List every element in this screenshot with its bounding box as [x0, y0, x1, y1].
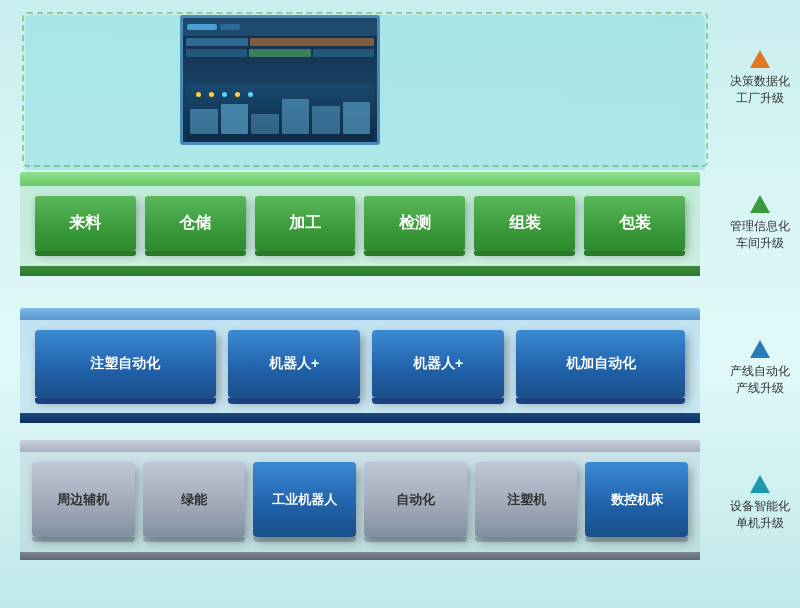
monitor-row2 [183, 36, 377, 48]
label-production: 产线自动化 产线升级 [730, 340, 790, 397]
blue-boxes-area: 注塑自动化 机器人+ 机器人+ 机加自动化 [20, 320, 700, 413]
arrow-management [750, 195, 770, 213]
box-automation: 自动化 [364, 462, 467, 537]
box-peripheral: 周边辅机 [32, 462, 135, 537]
blue-layer-bottom [20, 413, 700, 423]
label-equipment-text: 设备智能化 单机升级 [730, 498, 790, 532]
monitor-topbar [183, 18, 377, 36]
dot-3 [222, 92, 227, 97]
box-industrial-robot: 工业机器人 [253, 462, 356, 537]
box-robot-1: 机器人+ [228, 330, 360, 398]
layer-production: 注塑自动化 机器人+ 机器人+ 机加自动化 [20, 308, 700, 423]
main-container: 决策数据化 工厂升级 来料 仓储 加工 检测 组装 包装 [0, 0, 800, 608]
box-packaging: 包装 [584, 196, 685, 251]
box-storage: 仓储 [145, 196, 246, 251]
floor-item-6 [343, 102, 371, 134]
monitor-dot-1 [187, 24, 217, 30]
monitor-row3 [183, 48, 377, 58]
monitor-dot-2 [220, 24, 240, 30]
floor-item-4 [282, 99, 310, 134]
monitor-bar-c [186, 49, 247, 57]
box-assembly: 组装 [474, 196, 575, 251]
gray-layer-top [20, 440, 700, 452]
label-management-text: 管理信息化 车间升级 [730, 218, 790, 252]
dot-2 [209, 92, 214, 97]
label-production-text: 产线自动化 产线升级 [730, 363, 790, 397]
box-processing: 加工 [255, 196, 356, 251]
green-layer-top [20, 172, 700, 186]
arrow-equipment [750, 475, 770, 493]
box-robot-2: 机器人+ [372, 330, 504, 398]
floor-item-2 [221, 104, 249, 134]
label-management: 管理信息化 车间升级 [730, 195, 790, 252]
floor-item-1 [190, 109, 218, 134]
box-machine-auto: 机加自动化 [516, 330, 685, 398]
layer-management: 来料 仓储 加工 检测 组装 包装 [20, 172, 700, 276]
monitor-bar-e [313, 49, 374, 57]
floor-item-5 [312, 106, 340, 134]
gray-boxes-area: 周边辅机 绿能 工业机器人 自动化 注塑机 数控机床 [20, 452, 700, 552]
arrow-production [750, 340, 770, 358]
monitor-screen [180, 15, 380, 145]
dot-1 [196, 92, 201, 97]
label-decision-text: 决策数据化 工厂升级 [730, 73, 790, 107]
label-decision: 决策数据化 工厂升级 [730, 50, 790, 107]
dot-4 [235, 92, 240, 97]
monitor-bar-b [250, 38, 374, 46]
box-green-energy: 绿能 [143, 462, 246, 537]
green-layer-bottom [20, 266, 700, 276]
green-boxes-area: 来料 仓储 加工 检测 组装 包装 [20, 186, 700, 266]
box-detection: 检测 [364, 196, 465, 251]
monitor-bar-d [249, 49, 310, 57]
floor-item-3 [251, 114, 279, 134]
arrow-decision [750, 50, 770, 68]
box-injection-machine: 注塑机 [475, 462, 578, 537]
monitor-bar-a [186, 38, 248, 46]
dot-5 [248, 92, 253, 97]
blue-layer-top [20, 308, 700, 320]
label-equipment: 设备智能化 单机升级 [730, 475, 790, 532]
box-incoming: 来料 [35, 196, 136, 251]
layer-equipment: 周边辅机 绿能 工业机器人 自动化 注塑机 数控机床 [20, 440, 700, 560]
monitor-floor [186, 84, 374, 139]
box-injection-auto: 注塑自动化 [35, 330, 216, 398]
gray-layer-bottom [20, 552, 700, 560]
monitor-display [183, 18, 377, 142]
box-cnc: 数控机床 [585, 462, 688, 537]
floor-dots [196, 92, 253, 97]
